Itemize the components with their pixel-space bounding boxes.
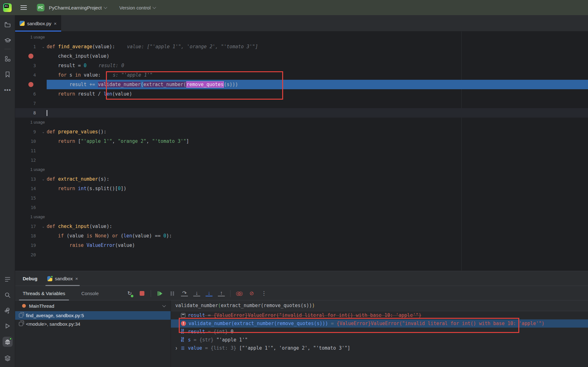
gutter[interactable]: 15 — [15, 193, 47, 203]
project-selector[interactable]: PyCharmLearningProject — [49, 5, 106, 10]
code-line[interactable]: 19 raise ValueError(value) — [15, 241, 588, 250]
code-text[interactable]: def prepare_values(): — [47, 127, 588, 137]
more-tool-windows-icon[interactable]: ••• — [3, 85, 13, 95]
rerun-debugger-icon[interactable]: ↻ — [126, 290, 133, 297]
code-text[interactable]: def find_average(value):value: ["'apple … — [47, 42, 588, 51]
expand-chevron-icon[interactable]: ❯ — [175, 346, 178, 350]
step-out-icon[interactable]: ↑ — [218, 290, 225, 296]
mute-breakpoints-icon[interactable]: ⊘ — [248, 290, 255, 297]
gutter[interactable] — [15, 80, 47, 89]
thread-selector[interactable]: MainThread — [15, 300, 171, 311]
code-text[interactable] — [47, 155, 588, 165]
frame-row[interactable]: <module>, sandbox.py:34 — [15, 320, 171, 328]
project-badge-icon[interactable]: PC — [37, 4, 44, 11]
usage-label-row[interactable]: 1 usage — [15, 32, 588, 42]
fold-chevron-icon[interactable]: ⌄ — [42, 174, 45, 184]
fold-chevron-icon[interactable]: ⌄ — [42, 42, 45, 51]
step-into-icon[interactable]: ↓ — [193, 290, 200, 296]
bookmarks-icon[interactable] — [3, 69, 13, 79]
gutter[interactable]: 13⌄ — [15, 174, 47, 184]
code-line[interactable]: 15 — [15, 193, 588, 203]
frame-row[interactable]: find_average, sandbox.py:5 — [15, 311, 171, 320]
gutter[interactable]: 7 — [15, 99, 47, 108]
code-line[interactable]: 7 — [15, 99, 588, 108]
code-text[interactable]: check_input(value) — [47, 51, 588, 61]
close-icon[interactable]: × — [75, 276, 78, 281]
structure-icon[interactable] — [3, 54, 13, 64]
pause-icon[interactable] — [169, 290, 176, 297]
code-line[interactable]: 12 — [15, 155, 588, 165]
code-text[interactable] — [47, 193, 588, 203]
code-line[interactable]: 3 result = 0result: 0 — [15, 61, 588, 70]
code-line[interactable]: 6 return result / len(value) — [15, 89, 588, 99]
force-step-into-icon[interactable]: ↓ — [206, 290, 212, 296]
fold-chevron-icon[interactable]: ⌄ — [42, 127, 45, 137]
breakpoint-dot[interactable] — [28, 82, 33, 87]
code-line[interactable]: 11 — [15, 146, 588, 155]
code-line[interactable]: 9⌄def prepare_values(): — [15, 127, 588, 137]
code-text[interactable]: raise ValueError(value) — [47, 241, 588, 250]
todo-icon[interactable] — [3, 274, 13, 284]
usage-label[interactable]: 1 usage — [15, 32, 45, 42]
gutter[interactable]: 18 — [15, 231, 47, 241]
code-line[interactable]: check_input(value) — [15, 51, 588, 61]
code-text[interactable]: return ["'apple 1'", "orange 2", "'tomat… — [47, 137, 588, 146]
variable-row[interactable]: ❯☰value = {list: 3} ["'apple 1'", 'orang… — [171, 344, 588, 352]
gutter[interactable]: 8 — [15, 108, 47, 118]
gutter[interactable]: 17⌄ — [15, 222, 47, 231]
gutter[interactable]: 10 — [15, 137, 47, 146]
code-text[interactable] — [47, 250, 588, 259]
gutter[interactable]: 6 — [15, 89, 47, 99]
evaluation-expression-bar[interactable]: validate_number(extract_number(remove_qu… — [171, 300, 588, 311]
gutter[interactable]: 9⌄ — [15, 127, 47, 137]
stop-icon[interactable] — [138, 290, 145, 297]
gutter[interactable]: 14 — [15, 184, 47, 193]
more-options-icon[interactable]: ⋮ — [260, 290, 267, 297]
code-text[interactable] — [47, 203, 588, 212]
code-line[interactable]: 17⌄def check_input(value): — [15, 222, 588, 231]
vcs-selector[interactable]: Version control — [119, 5, 155, 10]
usage-label[interactable]: 1 usage — [15, 118, 45, 127]
code-text[interactable] — [47, 146, 588, 155]
gutter[interactable]: 11 — [15, 146, 47, 155]
tab-debug-session-sandbox[interactable]: sandbox × — [44, 271, 81, 286]
code-line[interactable]: 13⌄def extract_number(s): — [15, 174, 588, 184]
gutter[interactable]: 3 — [15, 61, 47, 70]
code-text[interactable]: result = 0result: 0 — [47, 61, 588, 70]
view-breakpoints-icon[interactable]: ◎◎ — [236, 290, 243, 297]
gutter[interactable]: 20 — [15, 250, 47, 259]
close-icon[interactable]: × — [54, 21, 57, 26]
fold-chevron-icon[interactable]: ⌄ — [42, 222, 45, 231]
run-icon[interactable] — [3, 321, 13, 331]
code-text[interactable]: if (value is None) or (len(value) == 0): — [47, 231, 588, 241]
gutter[interactable]: 19 — [15, 241, 47, 250]
services-icon[interactable] — [3, 353, 13, 363]
resume-icon[interactable] — [156, 290, 163, 297]
code-text[interactable] — [47, 99, 588, 108]
code-line[interactable]: 16 — [15, 203, 588, 212]
code-line[interactable]: 1⌄def find_average(value):value: ["'appl… — [15, 42, 588, 51]
usage-label[interactable]: 1 usage — [15, 165, 45, 174]
gutter[interactable]: 12 — [15, 155, 47, 165]
gutter[interactable]: 4 — [15, 70, 47, 80]
code-text[interactable]: def extract_number(s): — [47, 174, 588, 184]
usage-label[interactable]: 1 usage — [15, 212, 45, 222]
learn-icon[interactable] — [3, 35, 13, 45]
code-line[interactable]: 8 — [15, 108, 588, 118]
tab-threads-variables[interactable]: Threads & Variables — [19, 286, 69, 300]
usage-label-row[interactable]: 1 usage — [15, 118, 588, 127]
gutter[interactable] — [15, 51, 47, 61]
step-over-icon[interactable]: ↷ — [181, 290, 188, 296]
code-line[interactable]: 14 return int(s.split()[0]) — [15, 184, 588, 193]
gutter[interactable]: 1⌄ — [15, 42, 47, 51]
code-line[interactable]: 20 — [15, 250, 588, 259]
code-text[interactable] — [47, 108, 588, 118]
code-text[interactable]: return int(s.split()[0]) — [47, 184, 588, 193]
code-line[interactable]: 10 return ["'apple 1'", "orange 2", "'to… — [15, 137, 588, 146]
breakpoint-dot[interactable] — [28, 54, 33, 59]
gutter[interactable]: 16 — [15, 203, 47, 212]
code-editor[interactable]: 1 usage1⌄def find_average(value):value: … — [15, 32, 588, 271]
tab-sandbox-py[interactable]: sandbox.py × — [15, 15, 61, 32]
main-menu-icon[interactable] — [20, 5, 27, 10]
code-line[interactable]: 18 if (value is None) or (len(value) == … — [15, 231, 588, 241]
